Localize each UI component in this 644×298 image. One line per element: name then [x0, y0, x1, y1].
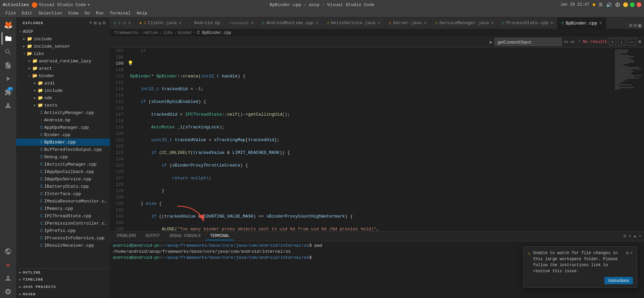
tab-close-server[interactable]: × [424, 20, 427, 26]
power-icon[interactable]: ⏻ [615, 2, 620, 7]
find-regex[interactable]: .* [577, 40, 581, 44]
activity-run[interactable] [2, 72, 14, 85]
tab-problems[interactable]: PROBLEMS [113, 232, 140, 240]
tree-folder-android-runtime-lazy[interactable]: ▶ 📁 android_runtime_lazy [16, 57, 110, 65]
terminal-split-icon[interactable]: ⊞ [624, 234, 626, 239]
tree-file-iinterface[interactable]: C IInterface.cpp [16, 190, 110, 197]
tab-close-sm[interactable]: × [491, 20, 494, 26]
section-java-projects[interactable]: ▶ JAVA PROJECTS [16, 283, 110, 291]
dropdown-arrow[interactable]: ▾ [87, 2, 90, 7]
tree-file-iactivity[interactable]: C IActivityManager.cpp [16, 161, 110, 168]
tree-file-ipprefix[interactable]: C IpPrefix.cpp [16, 227, 110, 234]
lightbulb-icon[interactable]: 💡 [128, 60, 133, 66]
tree-folder-binder[interactable]: ▾ 📂 binder [16, 72, 110, 79]
tree-file-appops[interactable]: C AppOpsManager.cpp [16, 124, 110, 131]
activity-git[interactable] [2, 59, 14, 72]
terminal-close-icon[interactable]: × [639, 234, 641, 239]
section-timeline[interactable]: ▶ TIMELINE [16, 276, 110, 283]
tab-close-rc[interactable]: × [128, 20, 131, 26]
activity-notifications[interactable]: ✕ [2, 258, 14, 271]
vscode-title-area[interactable]: ⬤ Visual Studio Code ▾ [32, 1, 90, 8]
tree-folder-binder-include[interactable]: ▶ 📁 include [16, 87, 110, 94]
find-more-button[interactable]: ⋯ [627, 38, 636, 46]
tree-file-debug[interactable]: C Debug.cpp [16, 153, 110, 161]
tab-close-hello[interactable]: × [378, 20, 380, 26]
maximize-button[interactable] [630, 2, 635, 7]
section-maven[interactable]: ▶ MAVEN [16, 291, 110, 298]
tree-file-binder[interactable]: C Binder.cpp [16, 131, 110, 138]
tree-file-ibattery[interactable]: C IBatteryStats.cpp [16, 183, 110, 190]
activities-label[interactable]: Activities [3, 2, 29, 7]
tab-service-manager[interactable]: J ServiceManager.java × [431, 17, 498, 29]
tree-file-ipcthread[interactable]: C IPCThreadState.cpp [16, 212, 110, 220]
tab-rc[interactable]: C r.c × [110, 17, 135, 29]
collapse-icon[interactable]: ⊟ [103, 20, 106, 26]
tree-file-ipermission[interactable]: C IPermissionController.cpp [16, 220, 110, 227]
activity-settings[interactable] [2, 285, 14, 298]
tree-file-android-bp[interactable]: · Android.bp [16, 116, 110, 124]
tree-file-iappops-callback[interactable]: C IAppOpsCallback.cpp [16, 168, 110, 175]
tree-file-imedia[interactable]: C IMediaResourceMonitor.cpp [16, 197, 110, 205]
tree-file-iprocess[interactable]: C IProcessInfoService.cpp [16, 234, 110, 242]
breadcrumb-native[interactable]: native [143, 31, 158, 35]
tab-close-bpbinder[interactable]: × [599, 20, 602, 26]
activity-extensions[interactable]: 27 [2, 86, 14, 99]
activity-explorer[interactable] [2, 32, 14, 45]
tree-file-iappops-service[interactable]: C IAppOpsService.cpp [16, 175, 110, 183]
refresh-icon[interactable]: ↻ [98, 20, 101, 26]
tree-folder-include[interactable]: ▶ 📁 include [16, 35, 110, 43]
tree-file-imemory[interactable]: C IMemory.cpp [16, 205, 110, 212]
notification-close-icon[interactable]: × [630, 250, 633, 256]
layout-icon[interactable]: ▣ [638, 22, 641, 29]
activity-browser[interactable]: 🦊 [2, 19, 14, 32]
find-prev-button[interactable]: ↑ [609, 38, 616, 46]
new-file-icon[interactable]: + [89, 20, 92, 26]
terminal-kill-icon[interactable]: ✕ [629, 234, 631, 239]
tab-output[interactable]: OUTPUT [142, 232, 164, 240]
tab-server[interactable]: J Server.java × [385, 17, 431, 29]
volume-icon[interactable]: 🔊 [606, 2, 612, 8]
code-editor[interactable]: 107 108 109 110 111 112 113 114 115 116 … [110, 48, 644, 231]
terminal-maximize-icon[interactable]: ▲ [634, 234, 636, 239]
close-button[interactable] [637, 2, 641, 7]
tab-client[interactable]: ● J Client.java × [135, 17, 186, 29]
activity-remote[interactable] [2, 245, 14, 258]
menu-run[interactable]: Run [93, 10, 106, 16]
tab-bpbinder[interactable]: C BpBinder.cpp × [557, 17, 606, 29]
tree-folder-tests[interactable]: ▶ 📁 tests [16, 102, 110, 109]
tree-file-bpbinder[interactable]: C BpBinder.cpp [16, 138, 110, 146]
tab-debug-console[interactable]: DEBUG CONSOLE [165, 232, 205, 240]
menu-help[interactable]: Help [134, 10, 150, 16]
menu-edit[interactable]: Edit [19, 10, 35, 16]
more-options-icon[interactable]: ⚙ [634, 22, 637, 29]
tab-process-state[interactable]: C ProcessState.cpp × [498, 17, 557, 29]
tab-close-ps[interactable]: × [550, 20, 553, 26]
tab-close-android-bp[interactable]: × [251, 20, 254, 26]
find-next-button[interactable]: ↓ [618, 38, 625, 46]
find-close-button[interactable]: × [638, 39, 641, 45]
new-folder-icon[interactable]: ⊞ [94, 20, 97, 26]
tree-file-iresult[interactable]: C IResultReceiver.cpp [16, 242, 110, 249]
tree-file-activity-manager[interactable]: C ActivityManager.cpp [16, 109, 110, 116]
breadcrumb-binder[interactable]: binder [178, 31, 192, 35]
menu-terminal[interactable]: Terminal [107, 10, 133, 16]
tab-terminal[interactable]: TERMINAL [206, 232, 234, 240]
minimize-button[interactable] [623, 2, 628, 7]
activity-account[interactable] [2, 272, 14, 285]
split-editor-icon[interactable]: ⊞ [629, 22, 632, 29]
tree-folder-include-sensor[interactable]: ▶ 📁 include_sensor [16, 43, 110, 50]
code-content[interactable]: // BpBinder* BpBinder::create(int32_t ha… [126, 48, 614, 231]
notification-gear-icon[interactable]: ⚙ [626, 250, 629, 256]
tree-folder-libs[interactable]: ▾ 📂 libs [16, 50, 110, 57]
menu-view[interactable]: View [65, 10, 81, 16]
tree-file-buffered[interactable]: C BufferedTextOutput.cpp [16, 146, 110, 153]
tab-android-bp[interactable]: · Android.bp .../testaidl × [186, 17, 258, 29]
tab-close-android-runtime[interactable]: × [315, 20, 318, 26]
tree-folder-arect[interactable]: ▶ 📁 arect [16, 65, 110, 72]
find-match-case[interactable]: Aa [564, 40, 568, 44]
tab-close-client[interactable]: × [179, 20, 181, 26]
activity-search[interactable] [2, 46, 14, 58]
breadcrumb-frameworks[interactable]: frameworks [114, 31, 138, 35]
section-outline[interactable]: ▶ OUTLINE [16, 269, 110, 276]
find-input[interactable] [495, 38, 562, 46]
